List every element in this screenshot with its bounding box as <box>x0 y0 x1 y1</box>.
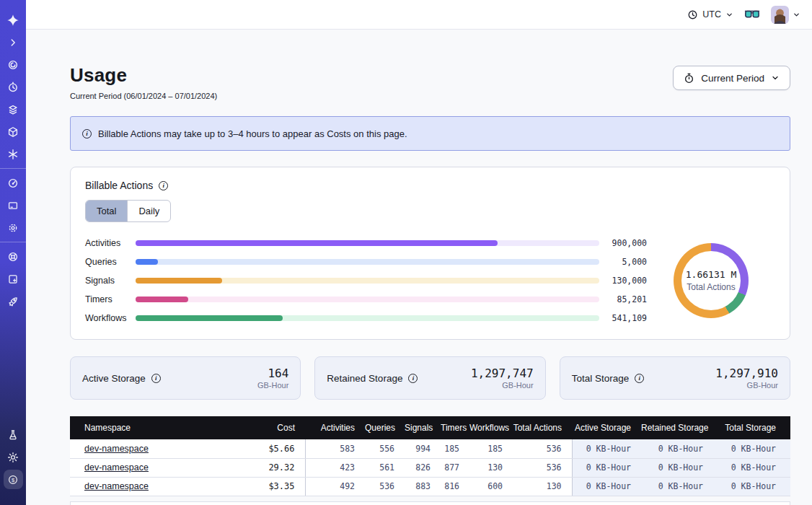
billable-actions-chart: Activities900,000Queries5,000Signals130,… <box>85 234 775 328</box>
cell-activities: 423 <box>305 458 365 477</box>
storage-value-number: 164 <box>257 366 288 380</box>
info-banner-text: Billable Actions may take up to 3–4 hour… <box>98 128 407 139</box>
sidebar-item-cube[interactable] <box>0 120 26 143</box>
chevron-down-icon <box>725 11 733 19</box>
info-icon[interactable]: i <box>408 374 418 383</box>
storage-value-unit: GB-Hour <box>715 381 778 390</box>
column-header-retained-storage: Retained Storage <box>641 416 713 439</box>
sidebar-item-nexus[interactable] <box>0 143 26 165</box>
storage-label-text: Total Storage <box>572 373 630 384</box>
namespace-link[interactable]: dev-namespace <box>84 444 149 454</box>
column-header-total-actions: Total Actions <box>513 416 572 439</box>
chevron-down-icon <box>771 74 780 82</box>
dollar-coin-icon: $ <box>7 474 19 486</box>
info-icon[interactable]: i <box>635 374 644 383</box>
column-header-active-storage: Active Storage <box>572 416 641 439</box>
sidebar-item-getting-started[interactable] <box>0 290 26 312</box>
cell-total-actions: 536 <box>513 439 572 458</box>
bar-value: 130,000 <box>599 276 647 286</box>
bar-track <box>136 297 599 302</box>
tab-total[interactable]: Total <box>86 201 128 221</box>
storage-label-text: Active Storage <box>82 373 146 384</box>
bar-value: 5,000 <box>599 257 647 267</box>
cell-cost: 29.32 <box>244 458 305 477</box>
cube-icon <box>7 126 19 138</box>
sidebar: $ <box>0 0 26 505</box>
period-selector-button[interactable]: Current Period <box>673 66 790 90</box>
sidebar-item-theme[interactable] <box>0 446 26 468</box>
bar-track <box>136 240 599 246</box>
feedback-glasses-button[interactable] <box>744 9 760 19</box>
bar-label: Activities <box>85 238 136 248</box>
namespace-link[interactable]: dev-namespace <box>84 481 149 491</box>
bar-row-queries: Queries5,000 <box>85 252 647 271</box>
period-selector-label: Current Period <box>701 73 764 84</box>
bar-row-activities: Activities900,000 <box>85 234 647 252</box>
chevron-down-icon <box>793 11 800 19</box>
storage-label-text: Retained Storage <box>327 373 402 384</box>
bar-fill <box>136 297 188 302</box>
billable-bars: Activities900,000Queries5,000Signals130,… <box>85 234 647 328</box>
storage-value-number: 1,297,747 <box>471 366 534 380</box>
total-storage-card: Total Storage i 1,297,910 GB-Hour <box>560 356 790 400</box>
stopwatch-icon <box>684 73 694 84</box>
user-menu[interactable] <box>771 6 800 24</box>
user-avatar <box>771 6 789 24</box>
billable-actions-tabs: Total Daily <box>85 200 171 222</box>
glasses-icon <box>744 9 760 19</box>
topbar: UTC <box>26 0 812 30</box>
table-footer <box>70 501 790 505</box>
sidebar-item-labs[interactable] <box>0 423 26 446</box>
sidebar-expand-button[interactable] <box>0 31 26 53</box>
info-icon[interactable]: i <box>159 181 168 190</box>
column-header-namespace: Namespace <box>70 416 244 439</box>
donut-center: 1.66131 M Total Actions <box>674 243 749 318</box>
sidebar-item-stack[interactable] <box>0 98 26 120</box>
donut-total-value: 1.66131 M <box>686 269 736 280</box>
bar-label: Timers <box>85 294 136 304</box>
gauge-icon <box>7 177 19 189</box>
chevron-right-icon <box>8 38 18 48</box>
storage-card-value: 164 GB-Hour <box>257 366 288 390</box>
cell-workflows: 130 <box>469 458 513 477</box>
sidebar-item-usage[interactable] <box>0 172 26 194</box>
donut-chart: 1.66131 M Total Actions <box>674 243 749 318</box>
sidebar-item-home[interactable] <box>0 9 26 31</box>
bar-label: Workflows <box>85 313 136 323</box>
namespace-link[interactable]: dev-namespace <box>84 462 149 473</box>
sidebar-item-schedules[interactable] <box>0 76 26 98</box>
table-body: dev-namespace$5.665835569941851855360 KB… <box>70 439 790 496</box>
info-icon[interactable]: i <box>151 374 161 383</box>
column-header-workflows: Workflows <box>469 416 513 439</box>
cell-total-storage: 0 KB-Hour <box>713 458 790 477</box>
flask-icon <box>7 429 19 441</box>
bar-value: 85,201 <box>599 294 647 304</box>
sidebar-divider <box>0 242 26 242</box>
billable-actions-title-row: Billable Actions i <box>85 180 775 191</box>
bar-label: Signals <box>85 276 136 286</box>
column-header-timers: Timers <box>441 416 469 439</box>
cell-workflows: 185 <box>469 439 513 458</box>
cell-active-storage: 0 KB-Hour <box>572 439 641 458</box>
tab-daily[interactable]: Daily <box>128 201 170 221</box>
cell-workflows: 600 <box>469 477 513 496</box>
sidebar-item-settings[interactable] <box>0 216 26 239</box>
cell-active-storage: 0 KB-Hour <box>572 458 641 477</box>
bar-value: 541,109 <box>599 313 647 323</box>
storage-card-label: Active Storage i <box>82 373 161 384</box>
page-header: Usage Current Period (06/01/2024 – 07/01… <box>70 64 790 100</box>
timezone-selector[interactable]: UTC <box>687 9 733 20</box>
cell-timers: 185 <box>441 439 469 458</box>
sidebar-item-billing[interactable] <box>0 194 26 216</box>
sidebar-item-docs[interactable] <box>0 268 26 290</box>
clock-icon <box>687 9 698 20</box>
bar-value: 900,000 <box>599 238 647 248</box>
sidebar-item-billing-active[interactable]: $ <box>0 468 26 491</box>
cell-activities: 583 <box>305 439 365 458</box>
sidebar-item-support[interactable] <box>0 245 26 268</box>
sidebar-item-namespaces[interactable] <box>0 53 26 76</box>
rocket-icon <box>7 296 19 307</box>
cell-signals: 826 <box>405 458 441 477</box>
page-subtitle: Current Period (06/01/2024 – 07/01/2024) <box>70 92 217 100</box>
cell-total-actions: 536 <box>513 458 572 477</box>
